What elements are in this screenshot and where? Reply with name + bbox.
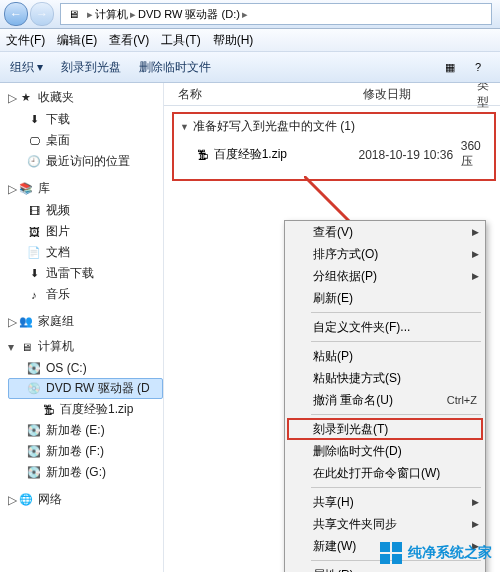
sidebar-item-drive-f[interactable]: 💽新加卷 (F:) bbox=[8, 441, 163, 462]
breadcrumb[interactable]: DVD RW 驱动器 (D:) bbox=[138, 7, 240, 22]
menu-file[interactable]: 文件(F) bbox=[6, 32, 45, 49]
nav-forward-button[interactable]: → bbox=[30, 2, 54, 26]
col-date[interactable]: 修改日期 bbox=[363, 86, 477, 103]
sidebar-item-drive-e[interactable]: 💽新加卷 (E:) bbox=[8, 420, 163, 441]
context-menu-item[interactable]: 刷新(E) bbox=[285, 287, 485, 309]
pending-burn-group: ▼准备好写入到光盘中的文件 (1) 🗜 百度经验1.zip 2018-10-19… bbox=[172, 112, 496, 181]
zip-icon: 🗜 bbox=[40, 402, 56, 418]
chevron-right-icon: ▶ bbox=[472, 227, 479, 237]
drive-icon: 💽 bbox=[26, 465, 42, 481]
column-headers: 名称 修改日期 类型 bbox=[164, 83, 500, 106]
sidebar-item-zip[interactable]: 🗜百度经验1.zip bbox=[8, 399, 163, 420]
sidebar-item-desktop[interactable]: 🖵桌面 bbox=[8, 130, 163, 151]
homegroup[interactable]: ▷👥家庭组 bbox=[8, 313, 163, 330]
network-group[interactable]: ▷🌐网络 bbox=[8, 491, 163, 508]
sidebar-item-thunder[interactable]: ⬇迅雷下载 bbox=[8, 263, 163, 284]
menu-help[interactable]: 帮助(H) bbox=[213, 32, 254, 49]
explorer-window: ← → 🖥 ▸ 计算机 ▸ DVD RW 驱动器 (D:) ▸ 文件(F) 编辑… bbox=[0, 0, 500, 572]
recent-icon: 🕘 bbox=[26, 154, 42, 170]
arrow-right-icon: → bbox=[36, 7, 48, 21]
sidebar-item-dvd[interactable]: 💿DVD RW 驱动器 (D bbox=[8, 378, 163, 399]
chevron-right-icon: ▶ bbox=[472, 249, 479, 259]
titlebar: ← → 🖥 ▸ 计算机 ▸ DVD RW 驱动器 (D:) ▸ bbox=[0, 0, 500, 29]
zip-icon: 🗜 bbox=[196, 147, 210, 163]
group-header[interactable]: ▼准备好写入到光盘中的文件 (1) bbox=[180, 118, 488, 135]
watermark: 纯净系统之家 bbox=[380, 542, 492, 564]
menu-tools[interactable]: 工具(T) bbox=[161, 32, 200, 49]
desktop-icon: 🖵 bbox=[26, 133, 42, 149]
toolbar: 组织 ▾ 刻录到光盘 删除临时文件 ▦ ? bbox=[0, 52, 500, 83]
drive-icon: 💽 bbox=[26, 444, 42, 460]
context-menu: 查看(V)▶排序方式(O)▶分组依据(P)▶刷新(E)自定义文件夹(F)...粘… bbox=[284, 220, 486, 572]
favorites-group[interactable]: ▷★收藏夹 bbox=[8, 89, 163, 106]
menubar: 文件(F) 编辑(E) 查看(V) 工具(T) 帮助(H) bbox=[0, 29, 500, 52]
sidebar-item-drive-c[interactable]: 💽OS (C:) bbox=[8, 358, 163, 378]
sidebar-item-documents[interactable]: 📄文档 bbox=[8, 242, 163, 263]
sidebar-item-pictures[interactable]: 🖼图片 bbox=[8, 221, 163, 242]
video-icon: 🎞 bbox=[26, 203, 42, 219]
breadcrumb[interactable]: 计算机 bbox=[95, 7, 128, 22]
toolbar-organize[interactable]: 组织 ▾ bbox=[10, 59, 43, 76]
address-bar[interactable]: 🖥 ▸ 计算机 ▸ DVD RW 驱动器 (D:) ▸ bbox=[60, 3, 492, 25]
computer-group[interactable]: ▾🖥计算机 bbox=[8, 338, 163, 355]
context-menu-item[interactable]: 共享(H)▶ bbox=[285, 491, 485, 513]
sidebar-item-recent[interactable]: 🕘最近访问的位置 bbox=[8, 151, 163, 172]
download-icon: ⬇ bbox=[26, 266, 42, 282]
context-menu-item[interactable]: 自定义文件夹(F)... bbox=[285, 316, 485, 338]
sidebar-item-downloads[interactable]: ⬇下载 bbox=[8, 109, 163, 130]
context-menu-item[interactable]: 撤消 重命名(U)Ctrl+Z bbox=[285, 389, 485, 411]
logo-icon bbox=[380, 542, 402, 564]
context-menu-item[interactable]: 删除临时文件(D) bbox=[285, 440, 485, 462]
star-icon: ★ bbox=[18, 90, 34, 106]
menu-view[interactable]: 查看(V) bbox=[109, 32, 149, 49]
sidebar-item-drive-g[interactable]: 💽新加卷 (G:) bbox=[8, 462, 163, 483]
computer-icon: 🖥 bbox=[18, 339, 34, 355]
context-menu-item[interactable]: 查看(V)▶ bbox=[285, 221, 485, 243]
library-icon: 📚 bbox=[18, 181, 34, 197]
context-menu-item[interactable]: 分组依据(P)▶ bbox=[285, 265, 485, 287]
context-menu-item[interactable]: 共享文件夹同步▶ bbox=[285, 513, 485, 535]
help-icon[interactable]: ? bbox=[470, 59, 486, 75]
menu-edit[interactable]: 编辑(E) bbox=[57, 32, 97, 49]
picture-icon: 🖼 bbox=[26, 224, 42, 240]
download-icon: ⬇ bbox=[26, 112, 42, 128]
arrow-left-icon: ← bbox=[10, 7, 22, 21]
homegroup-icon: 👥 bbox=[18, 314, 34, 330]
music-icon: ♪ bbox=[26, 287, 42, 303]
toolbar-delete-temp[interactable]: 删除临时文件 bbox=[139, 59, 211, 76]
context-menu-item[interactable]: 刻录到光盘(T) bbox=[285, 418, 485, 440]
network-icon: 🌐 bbox=[18, 492, 34, 508]
drive-icon: 💽 bbox=[26, 360, 42, 376]
sidebar-item-music[interactable]: ♪音乐 bbox=[8, 284, 163, 305]
sidebar-item-videos[interactable]: 🎞视频 bbox=[8, 200, 163, 221]
context-menu-item[interactable]: 排序方式(O)▶ bbox=[285, 243, 485, 265]
context-menu-item[interactable]: 粘贴快捷方式(S) bbox=[285, 367, 485, 389]
col-name[interactable]: 名称 bbox=[178, 86, 363, 103]
nav-back-button[interactable]: ← bbox=[4, 2, 28, 26]
toolbar-burn[interactable]: 刻录到光盘 bbox=[61, 59, 121, 76]
chevron-right-icon: ▶ bbox=[472, 271, 479, 281]
context-menu-item[interactable]: 在此处打开命令窗口(W) bbox=[285, 462, 485, 484]
file-item[interactable]: 🗜 百度经验1.zip 2018-10-19 10:36 360压 bbox=[180, 138, 488, 171]
navigation-pane: ▷★收藏夹 ⬇下载 🖵桌面 🕘最近访问的位置 ▷📚库 🎞视频 🖼图片 📄文档 ⬇… bbox=[0, 83, 164, 572]
libraries-group[interactable]: ▷📚库 bbox=[8, 180, 163, 197]
view-options-icon[interactable]: ▦ bbox=[442, 59, 458, 75]
drive-icon: 💽 bbox=[26, 423, 42, 439]
context-menu-item[interactable]: 属性(R) bbox=[285, 564, 485, 572]
chevron-right-icon: ▶ bbox=[472, 519, 479, 529]
document-icon: 📄 bbox=[26, 245, 42, 261]
chevron-right-icon: ▶ bbox=[472, 497, 479, 507]
chevron-down-icon: ▼ bbox=[180, 122, 189, 132]
dvd-icon: 💿 bbox=[26, 381, 42, 397]
computer-icon: 🖥 bbox=[65, 6, 81, 22]
context-menu-item[interactable]: 粘贴(P) bbox=[285, 345, 485, 367]
